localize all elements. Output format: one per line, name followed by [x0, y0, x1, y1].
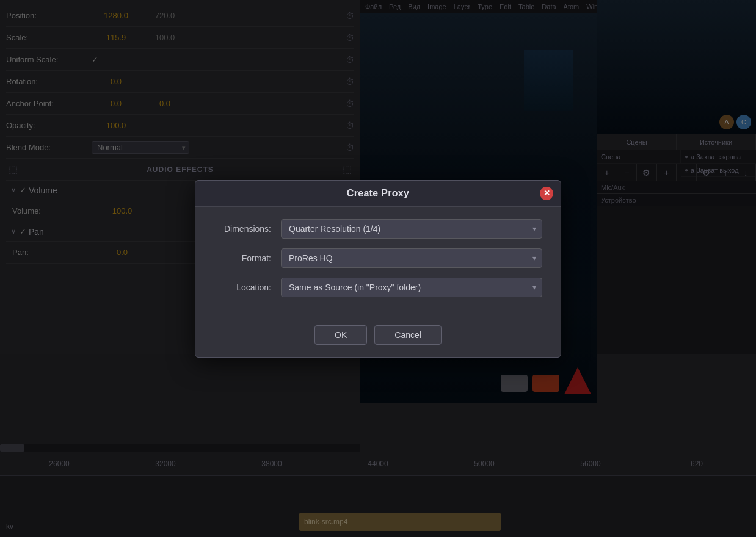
close-icon: ✕: [543, 189, 550, 198]
format-select[interactable]: ProRes LT ProRes HQ ProRes 422 H.264 DNx…: [281, 248, 542, 268]
ok-button[interactable]: OK: [314, 325, 367, 345]
dialog-close-button[interactable]: ✕: [540, 187, 553, 200]
create-proxy-dialog: Create Proxy ✕ Dimensions: Full Resoluti…: [195, 180, 561, 358]
location-field: Location: Same as Source (in "Proxy" fol…: [214, 278, 542, 297]
location-select-wrapper: Same as Source (in "Proxy" folder) Custo…: [281, 278, 542, 297]
dimensions-select[interactable]: Full Resolution (1/1) Half Resolution (1…: [281, 219, 542, 239]
dimensions-label: Dimensions:: [214, 224, 281, 234]
format-field: Format: ProRes LT ProRes HQ ProRes 422 H…: [214, 248, 542, 268]
dimensions-field: Dimensions: Full Resolution (1/1) Half R…: [214, 219, 542, 239]
dialog-title: Create Proxy: [347, 188, 409, 199]
format-label: Format:: [214, 253, 281, 263]
dialog-header: Create Proxy ✕: [195, 181, 561, 207]
modal-overlay: Create Proxy ✕ Dimensions: Full Resoluti…: [0, 0, 756, 537]
cancel-button[interactable]: Cancel: [374, 325, 442, 345]
dimensions-select-wrapper: Full Resolution (1/1) Half Resolution (1…: [281, 219, 542, 239]
dialog-footer: OK Cancel: [195, 319, 561, 357]
dialog-body: Dimensions: Full Resolution (1/1) Half R…: [195, 207, 561, 319]
format-select-wrapper: ProRes LT ProRes HQ ProRes 422 H.264 DNx…: [281, 248, 542, 268]
location-select[interactable]: Same as Source (in "Proxy" folder) Custo…: [281, 278, 542, 297]
location-label: Location:: [214, 283, 281, 292]
